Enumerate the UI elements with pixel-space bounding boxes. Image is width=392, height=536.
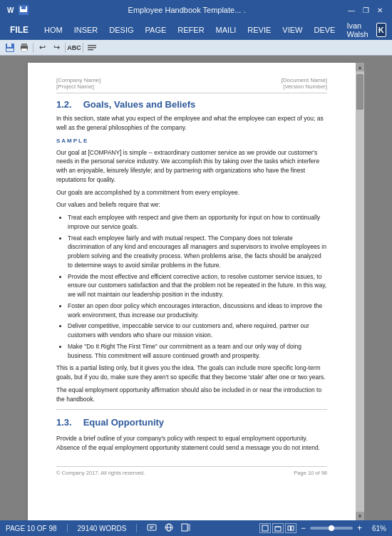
word-count: 29140 WORDS bbox=[78, 525, 127, 532]
para-1: Our goal at [COMPANY] is simple -- extra… bbox=[56, 148, 327, 185]
toolbar-separator-2 bbox=[65, 43, 66, 53]
tab-design[interactable]: DESIG bbox=[103, 20, 139, 40]
status-sep-1 bbox=[67, 524, 68, 532]
zoom-slider[interactable] bbox=[310, 527, 353, 530]
title-bar: W Employee Handbook Template... . — ❐ ✕ bbox=[0, 0, 392, 20]
svg-rect-12 bbox=[88, 47, 96, 48]
status-bar: PAGE 10 OF 98 29140 WORDS bbox=[0, 520, 392, 536]
svg-rect-6 bbox=[7, 43, 11, 47]
sample-label: SAMPLE bbox=[56, 137, 327, 145]
window-title: Employee Handbook Template... . bbox=[33, 6, 341, 14]
para-2: Our goals are accomplished by a commitme… bbox=[56, 188, 327, 197]
read-mode-btn[interactable] bbox=[285, 523, 296, 533]
user-avatar: K bbox=[376, 23, 386, 37]
para-5: The equal employment opportunity affirma… bbox=[56, 386, 327, 404]
zoom-percent: 61% bbox=[366, 525, 386, 532]
bullet-item-5: Deliver competitive, impeccable service … bbox=[68, 321, 327, 340]
restore-button[interactable]: ❐ bbox=[359, 5, 372, 15]
svg-rect-25 bbox=[288, 526, 291, 530]
track-changes-icon[interactable] bbox=[147, 522, 157, 534]
scroll-thumb[interactable] bbox=[356, 74, 363, 110]
header-right: [Document Name] [Version Number] bbox=[282, 77, 327, 90]
footer-page: Page 10 of 98 bbox=[294, 470, 327, 476]
format-btn[interactable] bbox=[85, 41, 99, 54]
save-icon[interactable] bbox=[19, 5, 29, 15]
svg-rect-23 bbox=[275, 527, 281, 531]
document-area: [Company Name] [Project Name] [Document … bbox=[0, 56, 392, 520]
layout-icon[interactable] bbox=[181, 522, 191, 534]
scroll-up-btn[interactable]: ▲ bbox=[356, 63, 364, 71]
window-controls: — ❐ ✕ bbox=[345, 5, 386, 15]
toolbar-separator-3 bbox=[83, 43, 83, 53]
print-toolbar-btn[interactable] bbox=[17, 41, 31, 54]
para-4: This is a partial listing only, but it g… bbox=[56, 364, 327, 382]
ribbon: FILE HOM INSER DESIG PAGE REFER MAILI RE… bbox=[0, 20, 392, 56]
spelling-btn[interactable]: ABC bbox=[67, 41, 81, 54]
section-1-3-heading: 1.3. Equal Opportunity bbox=[56, 416, 327, 430]
tab-mailings[interactable]: MAILI bbox=[210, 20, 242, 40]
bullet-list: Treat each employee with respect and giv… bbox=[68, 213, 327, 360]
section-divider bbox=[56, 409, 327, 410]
word-icon: W bbox=[6, 5, 16, 15]
svg-rect-9 bbox=[21, 43, 27, 46]
svg-rect-11 bbox=[88, 45, 96, 46]
zoom-minus[interactable]: − bbox=[301, 523, 306, 533]
bullet-item-3: Provide the most effective and efficient… bbox=[68, 272, 327, 299]
para-3: Our values and beliefs require that we: bbox=[56, 200, 327, 210]
tab-insert[interactable]: INSER bbox=[68, 20, 104, 40]
bullet-item-4: Foster an open door policy which encoura… bbox=[68, 302, 327, 320]
tab-view[interactable]: VIEW bbox=[277, 20, 308, 40]
view-buttons bbox=[259, 523, 296, 533]
svg-rect-26 bbox=[291, 526, 294, 530]
tab-review[interactable]: REVIE bbox=[242, 20, 277, 40]
scroll-down-btn[interactable]: ▼ bbox=[356, 512, 364, 520]
project-name-field: [Project Name] bbox=[56, 83, 100, 90]
section-1-2-heading: 1.2. Goals, Values and Beliefs bbox=[56, 99, 327, 110]
company-name-field: [Company Name] bbox=[56, 77, 100, 83]
document-name-field: [Document Name] bbox=[282, 77, 327, 83]
svg-rect-21 bbox=[188, 524, 190, 531]
toolbar-separator-1 bbox=[33, 43, 33, 53]
scrollbar[interactable]: ▲ ▼ bbox=[356, 63, 364, 520]
svg-rect-20 bbox=[182, 524, 187, 531]
redo-btn[interactable]: ↪ bbox=[49, 41, 63, 54]
svg-text:W: W bbox=[7, 6, 14, 14]
tab-page[interactable]: PAGE bbox=[140, 20, 172, 40]
minimize-button[interactable]: — bbox=[345, 5, 358, 15]
section-1-3-num: 1.3. bbox=[56, 416, 72, 430]
tab-home[interactable]: HOM bbox=[38, 20, 68, 40]
bullet-item-6: Make "Do It Right The First Time" our co… bbox=[68, 342, 327, 361]
scroll-track bbox=[356, 71, 364, 512]
page-indicator: PAGE 10 OF 98 bbox=[6, 525, 57, 532]
tab-developer[interactable]: DEVE bbox=[308, 20, 341, 40]
svg-rect-10 bbox=[21, 48, 27, 51]
section-1-2-num: 1.2. bbox=[56, 99, 72, 110]
user-name: Ivan Walsh bbox=[346, 21, 373, 38]
status-sep-2 bbox=[136, 524, 137, 532]
file-tab[interactable]: FILE bbox=[0, 20, 38, 40]
section-1-3-title: Equal Opportunity bbox=[83, 416, 164, 430]
zoom-plus[interactable]: + bbox=[357, 523, 362, 533]
save-toolbar-btn[interactable] bbox=[3, 41, 17, 54]
svg-rect-13 bbox=[88, 49, 93, 51]
language-icon[interactable] bbox=[164, 522, 174, 534]
svg-rect-14 bbox=[148, 525, 156, 530]
para-6: Provide a brief outline of your company'… bbox=[56, 434, 327, 453]
tab-references[interactable]: REFER bbox=[172, 20, 210, 40]
svg-rect-4 bbox=[21, 6, 26, 9]
doc-body: In this section, state what you expect o… bbox=[56, 114, 327, 452]
print-layout-btn[interactable] bbox=[259, 523, 271, 533]
ribbon-toolbar: ↩ ↪ ABC bbox=[0, 40, 392, 56]
bullet-item-1: Treat each employee with respect and giv… bbox=[68, 213, 327, 232]
close-button[interactable]: ✕ bbox=[373, 5, 386, 15]
undo-btn[interactable]: ↩ bbox=[35, 41, 49, 54]
web-layout-btn[interactable] bbox=[272, 523, 284, 533]
version-number-field: [Version Number] bbox=[282, 83, 327, 90]
section-1-2-title: Goals, Values and Beliefs bbox=[83, 99, 196, 110]
user-menu[interactable]: Ivan Walsh K bbox=[341, 21, 392, 38]
ribbon-tabs: FILE HOM INSER DESIG PAGE REFER MAILI RE… bbox=[0, 20, 392, 40]
bullet-item-2: Treat each employee fairly and with mutu… bbox=[68, 234, 327, 270]
section-intro: In this section, state what you expect o… bbox=[56, 114, 327, 133]
title-bar-icons: W bbox=[6, 5, 29, 15]
document-page: [Company Name] [Project Name] [Document … bbox=[28, 63, 356, 520]
